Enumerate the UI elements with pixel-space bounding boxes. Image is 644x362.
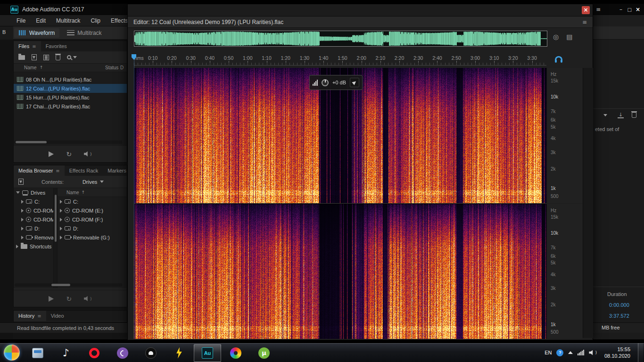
column-status[interactable]: Status	[105, 65, 118, 70]
chevron-right-icon[interactable]	[21, 218, 24, 222]
overview-waveform-canvas[interactable]	[134, 31, 547, 46]
waveform-view-button[interactable]: Waveform	[14, 28, 59, 38]
loop-playback-icon[interactable]: ↻	[66, 296, 72, 302]
tree-vertical-scrollbar[interactable]	[54, 188, 58, 288]
taskbar-opera-button[interactable]	[81, 344, 108, 362]
taskbar-music-player-button[interactable]: ♪	[52, 344, 80, 362]
multitrack-view-button[interactable]: Multitrack	[62, 28, 106, 38]
vertical-scrollbar-strip[interactable]	[583, 68, 593, 338]
timeline-ruler[interactable]: hms 0:100:200:300:400:501:001:101:201:30…	[134, 51, 546, 66]
scrollbar-thumb[interactable]	[55, 195, 57, 242]
hidden-icons-arrow[interactable]	[568, 351, 573, 354]
tab-video[interactable]: Video	[46, 311, 69, 321]
loop-playback-icon[interactable]: ↻	[66, 151, 72, 157]
hud-pin-button[interactable]	[350, 78, 359, 87]
taskbar-viber-button[interactable]	[109, 344, 136, 362]
chevron-right-icon[interactable]	[60, 218, 62, 222]
files-horizontal-scrollbar[interactable]	[15, 140, 122, 144]
waveform-overview[interactable]	[134, 31, 547, 47]
drive-row[interactable]: Removable (G:)	[58, 233, 127, 242]
headphone-monitor-icon[interactable]	[555, 56, 562, 61]
taskbar-file-manager-button[interactable]	[24, 344, 51, 362]
menu-multitrack[interactable]: Multitrack	[51, 15, 85, 26]
editor-window-frame[interactable]: ×	[128, 4, 593, 16]
maximize-button[interactable]: □	[627, 6, 632, 14]
open-file-icon[interactable]	[18, 55, 25, 60]
clock[interactable]: 15:55 08.10.2020	[602, 346, 633, 360]
help-tray-icon[interactable]: ?	[556, 349, 563, 356]
menu-file[interactable]: File	[11, 15, 31, 26]
tree-drive-row[interactable]: CD-ROM (E:)	[14, 206, 53, 215]
panel-menu-icon[interactable]: ≡	[56, 168, 59, 173]
drive-row[interactable]: D:	[58, 224, 127, 233]
hamburger-icon[interactable]: ≡	[596, 6, 601, 13]
drive-row[interactable]: C:	[58, 197, 127, 206]
taskbar-paint-app-button[interactable]	[222, 344, 249, 362]
drive-row[interactable]: CD-ROM (E:)	[58, 206, 127, 215]
taskbar-lightning-app-button[interactable]	[165, 344, 193, 362]
tab-effects-rack[interactable]: Effects Rack	[65, 165, 103, 176]
scrollbar-thumb[interactable]	[51, 284, 70, 286]
volume-tray-icon[interactable]: )	[589, 350, 597, 355]
taskbar-audition-button[interactable]: Au	[194, 344, 221, 362]
chevron-down-icon[interactable]	[603, 114, 607, 116]
editor-titlebar[interactable]: Editor: 12 Coal (Unreleased Demo 1997) (…	[128, 16, 593, 28]
chevron-right-icon[interactable]	[16, 245, 18, 248]
editor-close-button[interactable]: ×	[582, 6, 590, 14]
scrollbar-thumb[interactable]	[16, 141, 47, 143]
menu-clip[interactable]: Clip	[85, 15, 106, 26]
play-button[interactable]	[49, 151, 54, 157]
language-indicator[interactable]: EN	[545, 350, 552, 355]
import-file-icon[interactable]	[32, 54, 37, 60]
delete-file-icon[interactable]	[56, 55, 60, 60]
column-duration[interactable]: D	[120, 65, 124, 70]
show-desktop-button[interactable]	[638, 343, 643, 362]
column-name[interactable]: Name	[66, 190, 79, 195]
file-row[interactable]: 12 Coal...(LPU Rarities).flac	[14, 84, 127, 93]
tab-favorites[interactable]: Favorites	[41, 41, 72, 51]
panel-menu-icon[interactable]: ≡	[37, 313, 41, 319]
new-item-icon[interactable]	[43, 55, 49, 60]
tree-drive-row[interactable]: C:	[14, 197, 53, 206]
tree-drive-row[interactable]: CD-ROM (F:)	[14, 215, 53, 224]
contents-dropdown[interactable]: Drives	[83, 179, 104, 185]
search-icon[interactable]	[67, 55, 77, 59]
tree-drive-row[interactable]: D:	[14, 224, 53, 233]
column-name[interactable]: Name	[24, 65, 37, 70]
taskbar-media-app-button[interactable]	[137, 344, 165, 362]
import-into-project-icon[interactable]	[18, 179, 24, 185]
chevron-right-icon[interactable]	[60, 236, 62, 239]
trash-icon[interactable]	[632, 112, 636, 118]
auto-play-icon[interactable]: )	[84, 151, 92, 156]
start-button[interactable]	[4, 345, 20, 361]
drive-row[interactable]: CD-ROM (F:)	[58, 215, 127, 224]
chevron-right-icon[interactable]	[21, 200, 24, 204]
chevron-right-icon[interactable]	[21, 209, 24, 213]
network-icon[interactable]	[578, 350, 584, 355]
panel-menu-icon[interactable]: ≡	[32, 44, 36, 49]
tree-root-drives[interactable]: Drives	[14, 188, 53, 197]
volume-hud[interactable]: +0 dB	[309, 75, 363, 90]
chevron-expanded-icon[interactable]	[16, 191, 20, 194]
channel-divider[interactable]	[134, 203, 546, 204]
taskbar-utorrent-button[interactable]: µ	[250, 344, 278, 362]
layout-grid-icon[interactable]: ▤	[566, 33, 572, 40]
download-icon[interactable]: ↓	[618, 112, 624, 118]
play-button[interactable]	[49, 296, 54, 302]
media-horizontal-scrollbar[interactable]	[15, 283, 122, 287]
tree-drive-row[interactable]: Removable (G:)	[14, 233, 53, 242]
chevron-right-icon[interactable]	[60, 200, 62, 204]
auto-play-icon[interactable]: )	[84, 296, 92, 301]
chevron-right-icon[interactable]	[21, 227, 24, 230]
navigate-icon[interactable]: ◎	[553, 33, 559, 40]
file-row[interactable]: 17 Chai...(LPU Rarities).flac	[14, 102, 127, 111]
tree-root-shortcuts[interactable]: Shortcuts	[14, 242, 53, 251]
tab-files[interactable]: Files ≡	[14, 41, 41, 51]
panel-menu-icon[interactable]: ≡	[582, 19, 587, 25]
menu-edit[interactable]: Edit	[31, 15, 51, 26]
minimize-button[interactable]: –	[619, 6, 622, 13]
tab-history[interactable]: History ≡	[14, 311, 46, 321]
file-row[interactable]: 08 Oh N...(LPU Rarities).flac	[14, 75, 127, 84]
chevron-right-icon[interactable]	[60, 227, 62, 230]
file-row[interactable]: 15 Hurr...(LPU Rarities).flac	[14, 93, 127, 102]
